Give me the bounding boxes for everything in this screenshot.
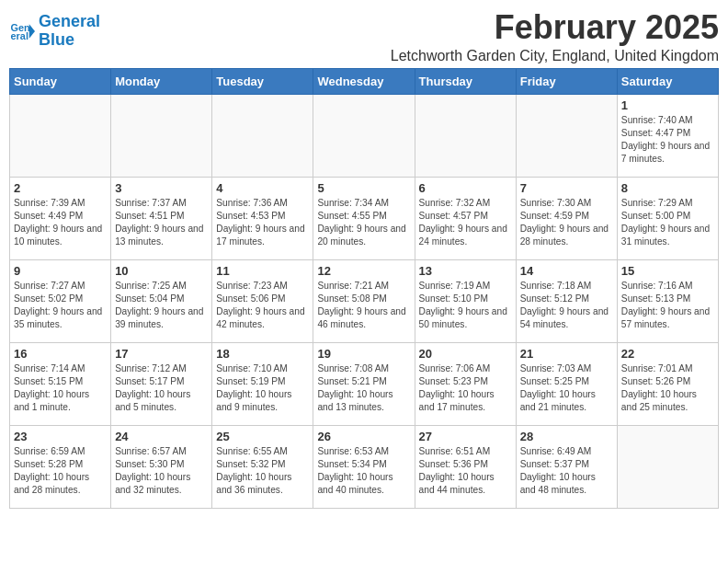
calendar-cell: 20Sunrise: 7:06 AM Sunset: 5:23 PM Dayli… xyxy=(415,342,516,425)
calendar-cell: 18Sunrise: 7:10 AM Sunset: 5:19 PM Dayli… xyxy=(212,342,313,425)
day-info: Sunrise: 7:01 AM Sunset: 5:26 PM Dayligh… xyxy=(621,362,714,415)
calendar-cell: 9Sunrise: 7:27 AM Sunset: 5:02 PM Daylig… xyxy=(10,259,111,342)
calendar-cell: 22Sunrise: 7:01 AM Sunset: 5:26 PM Dayli… xyxy=(617,342,718,425)
svg-text:eral: eral xyxy=(11,30,28,41)
day-info: Sunrise: 7:40 AM Sunset: 4:47 PM Dayligh… xyxy=(621,114,714,167)
day-info: Sunrise: 7:36 AM Sunset: 4:53 PM Dayligh… xyxy=(216,197,309,249)
weekday-header-thursday: Thursday xyxy=(415,68,516,94)
calendar-cell: 24Sunrise: 6:57 AM Sunset: 5:30 PM Dayli… xyxy=(111,425,212,508)
day-info: Sunrise: 7:18 AM Sunset: 5:12 PM Dayligh… xyxy=(520,280,613,332)
weekday-header-wednesday: Wednesday xyxy=(313,68,415,94)
day-info: Sunrise: 6:55 AM Sunset: 5:32 PM Dayligh… xyxy=(216,445,309,498)
day-number: 22 xyxy=(621,347,714,361)
header: Gen eral General Blue February 2025 Letc… xyxy=(9,9,719,64)
day-info: Sunrise: 7:39 AM Sunset: 4:49 PM Dayligh… xyxy=(14,197,107,249)
weekday-header-sunday: Sunday xyxy=(10,68,111,94)
day-number: 28 xyxy=(520,430,613,443)
day-info: Sunrise: 7:16 AM Sunset: 5:13 PM Dayligh… xyxy=(621,280,714,332)
calendar-week-row: 23Sunrise: 6:59 AM Sunset: 5:28 PM Dayli… xyxy=(10,425,719,508)
day-number: 3 xyxy=(115,181,208,195)
day-number: 27 xyxy=(419,430,512,443)
day-number: 6 xyxy=(419,181,512,195)
day-number: 14 xyxy=(520,264,613,278)
day-number: 2 xyxy=(14,181,107,195)
title-area: February 2025 Letchworth Garden City, En… xyxy=(391,9,719,64)
day-info: Sunrise: 7:30 AM Sunset: 4:59 PM Dayligh… xyxy=(520,197,613,249)
calendar-header-row: SundayMondayTuesdayWednesdayThursdayFrid… xyxy=(10,68,719,94)
weekday-header-tuesday: Tuesday xyxy=(212,68,313,94)
day-number: 15 xyxy=(621,264,714,278)
weekday-header-monday: Monday xyxy=(111,68,212,94)
calendar-cell: 25Sunrise: 6:55 AM Sunset: 5:32 PM Dayli… xyxy=(212,425,313,508)
calendar-cell: 19Sunrise: 7:08 AM Sunset: 5:21 PM Dayli… xyxy=(313,342,415,425)
location-title: Letchworth Garden City, England, United … xyxy=(391,48,719,64)
calendar-cell xyxy=(212,94,313,177)
day-number: 7 xyxy=(520,181,613,195)
calendar-cell: 27Sunrise: 6:51 AM Sunset: 5:36 PM Dayli… xyxy=(415,425,516,508)
day-info: Sunrise: 7:14 AM Sunset: 5:15 PM Dayligh… xyxy=(14,362,107,415)
calendar-cell xyxy=(111,94,212,177)
calendar: SundayMondayTuesdayWednesdayThursdayFrid… xyxy=(9,68,719,509)
calendar-cell: 15Sunrise: 7:16 AM Sunset: 5:13 PM Dayli… xyxy=(617,259,718,342)
calendar-week-row: 2Sunrise: 7:39 AM Sunset: 4:49 PM Daylig… xyxy=(10,177,719,259)
day-number: 20 xyxy=(419,347,512,361)
day-info: Sunrise: 7:27 AM Sunset: 5:02 PM Dayligh… xyxy=(14,280,107,332)
calendar-cell: 6Sunrise: 7:32 AM Sunset: 4:57 PM Daylig… xyxy=(415,177,516,259)
calendar-cell: 7Sunrise: 7:30 AM Sunset: 4:59 PM Daylig… xyxy=(516,177,617,259)
calendar-cell: 2Sunrise: 7:39 AM Sunset: 4:49 PM Daylig… xyxy=(10,177,111,259)
day-info: Sunrise: 7:25 AM Sunset: 5:04 PM Dayligh… xyxy=(115,280,208,332)
weekday-header-friday: Friday xyxy=(516,68,617,94)
calendar-cell xyxy=(516,94,617,177)
day-info: Sunrise: 7:21 AM Sunset: 5:08 PM Dayligh… xyxy=(317,280,410,332)
day-number: 4 xyxy=(216,181,309,195)
day-number: 9 xyxy=(14,264,107,278)
day-number: 16 xyxy=(14,347,107,361)
day-number: 5 xyxy=(317,181,410,195)
day-number: 21 xyxy=(520,347,613,361)
logo-text: General Blue xyxy=(39,13,100,50)
day-number: 18 xyxy=(216,347,309,361)
day-number: 19 xyxy=(317,347,410,361)
day-number: 26 xyxy=(317,430,410,443)
day-info: Sunrise: 6:51 AM Sunset: 5:36 PM Dayligh… xyxy=(419,445,512,498)
day-info: Sunrise: 7:03 AM Sunset: 5:25 PM Dayligh… xyxy=(520,362,613,415)
calendar-cell: 1Sunrise: 7:40 AM Sunset: 4:47 PM Daylig… xyxy=(617,94,718,177)
day-number: 13 xyxy=(419,264,512,278)
calendar-cell: 12Sunrise: 7:21 AM Sunset: 5:08 PM Dayli… xyxy=(313,259,415,342)
calendar-cell xyxy=(313,94,415,177)
day-number: 10 xyxy=(115,264,208,278)
calendar-cell: 14Sunrise: 7:18 AM Sunset: 5:12 PM Dayli… xyxy=(516,259,617,342)
day-info: Sunrise: 7:37 AM Sunset: 4:51 PM Dayligh… xyxy=(115,197,208,249)
calendar-cell: 16Sunrise: 7:14 AM Sunset: 5:15 PM Dayli… xyxy=(10,342,111,425)
day-info: Sunrise: 6:53 AM Sunset: 5:34 PM Dayligh… xyxy=(317,445,410,498)
day-number: 1 xyxy=(621,98,714,112)
logo-icon: Gen eral xyxy=(9,18,35,44)
day-info: Sunrise: 6:57 AM Sunset: 5:30 PM Dayligh… xyxy=(115,445,208,498)
calendar-cell xyxy=(415,94,516,177)
day-info: Sunrise: 7:29 AM Sunset: 5:00 PM Dayligh… xyxy=(621,197,714,249)
day-info: Sunrise: 7:12 AM Sunset: 5:17 PM Dayligh… xyxy=(115,362,208,415)
calendar-week-row: 9Sunrise: 7:27 AM Sunset: 5:02 PM Daylig… xyxy=(10,259,719,342)
calendar-cell: 3Sunrise: 7:37 AM Sunset: 4:51 PM Daylig… xyxy=(111,177,212,259)
calendar-cell: 21Sunrise: 7:03 AM Sunset: 5:25 PM Dayli… xyxy=(516,342,617,425)
calendar-cell: 11Sunrise: 7:23 AM Sunset: 5:06 PM Dayli… xyxy=(212,259,313,342)
day-info: Sunrise: 7:10 AM Sunset: 5:19 PM Dayligh… xyxy=(216,362,309,415)
calendar-cell xyxy=(617,425,718,508)
day-info: Sunrise: 7:08 AM Sunset: 5:21 PM Dayligh… xyxy=(317,362,410,415)
day-number: 8 xyxy=(621,181,714,195)
day-number: 24 xyxy=(115,430,208,443)
calendar-cell: 23Sunrise: 6:59 AM Sunset: 5:28 PM Dayli… xyxy=(10,425,111,508)
day-number: 12 xyxy=(317,264,410,278)
calendar-cell: 17Sunrise: 7:12 AM Sunset: 5:17 PM Dayli… xyxy=(111,342,212,425)
calendar-cell: 10Sunrise: 7:25 AM Sunset: 5:04 PM Dayli… xyxy=(111,259,212,342)
day-number: 23 xyxy=(14,430,107,443)
logo-line1: General xyxy=(39,12,100,30)
calendar-cell: 4Sunrise: 7:36 AM Sunset: 4:53 PM Daylig… xyxy=(212,177,313,259)
calendar-week-row: 16Sunrise: 7:14 AM Sunset: 5:15 PM Dayli… xyxy=(10,342,719,425)
day-info: Sunrise: 6:49 AM Sunset: 5:37 PM Dayligh… xyxy=(520,445,613,498)
calendar-cell: 26Sunrise: 6:53 AM Sunset: 5:34 PM Dayli… xyxy=(313,425,415,508)
logo: Gen eral General Blue xyxy=(9,9,100,50)
calendar-cell: 13Sunrise: 7:19 AM Sunset: 5:10 PM Dayli… xyxy=(415,259,516,342)
calendar-cell: 28Sunrise: 6:49 AM Sunset: 5:37 PM Dayli… xyxy=(516,425,617,508)
day-number: 17 xyxy=(115,347,208,361)
